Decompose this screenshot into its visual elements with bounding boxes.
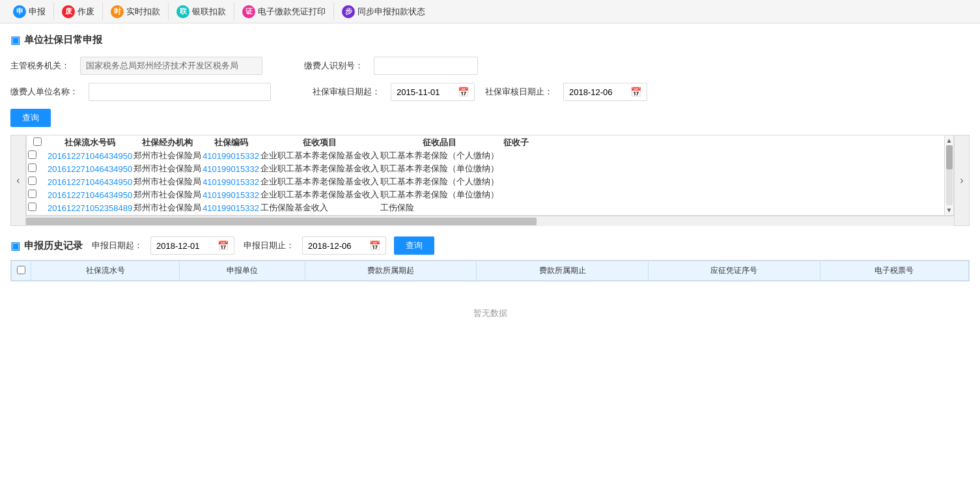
row-sub: 职工基本养老保险（个人缴纳）	[380, 150, 499, 162]
row-code[interactable]: 410199015332	[203, 202, 259, 214]
history-start-wrap[interactable]: 📅	[150, 236, 234, 255]
section-icon: ▣	[10, 34, 20, 46]
scroll-right-arrow[interactable]: ›	[954, 135, 970, 226]
toolbar-item-print[interactable]: 证 电子缴款凭证打印	[234, 3, 334, 20]
row-checkbox-cell	[28, 202, 46, 214]
col-sub2-header: 征收子	[500, 137, 533, 149]
print-icon: 证	[242, 5, 255, 18]
form-row-2: 缴费人单位名称： 社保审核日期起： 📅 社保审核日期止： 📅	[10, 83, 970, 101]
row-checkbox-cell	[28, 163, 46, 175]
lower-section: ▣ 申报历史记录 申报日期起： 📅 申报日期止： 📅 查询 社保流水号	[10, 236, 970, 345]
history-end-input[interactable]	[308, 241, 367, 251]
row-serial[interactable]: 201612271052358489	[48, 202, 132, 214]
hist-select-all-checkbox[interactable]	[17, 266, 25, 274]
table-row: 201612271046434950 郑州市社会保险局 410199015332…	[28, 189, 533, 201]
hscroll-area[interactable]	[26, 216, 954, 226]
upper-table-container: ‹ 社保流水号码 社保经办机构 社保编码 征收项目	[10, 135, 970, 226]
upper-section-title: 单位社保日常申报	[24, 34, 102, 46]
toolbar-item-apply[interactable]: 申 申报	[5, 3, 54, 20]
date-end-calendar-icon[interactable]: 📅	[630, 87, 641, 97]
history-end-calendar-icon[interactable]: 📅	[369, 240, 380, 251]
history-end-wrap[interactable]: 📅	[302, 236, 386, 255]
hist-col-unit-header: 申报单位	[180, 261, 305, 281]
scroll-left-arrow[interactable]: ‹	[10, 135, 26, 226]
row-serial[interactable]: 201612271046434950	[48, 163, 132, 175]
no-data-text: 暂无数据	[473, 308, 507, 318]
date-end-input[interactable]	[569, 87, 628, 97]
table-row: 201612271046434950 郑州市社会保险局 410199015332…	[28, 163, 533, 175]
query-row: 查询	[10, 109, 970, 127]
row-checkbox[interactable]	[28, 150, 36, 159]
row-checkbox-cell	[28, 150, 46, 162]
main-content: ▣ 单位社保日常申报 主管税务机关： 缴费人识别号： 缴费人单位名称： 社保审核…	[0, 23, 980, 499]
table-with-vscroll: 社保流水号码 社保经办机构 社保编码 征收项目 征收品目 征收子 20	[26, 135, 954, 216]
date-start-label: 社保审核日期起：	[313, 86, 380, 98]
table-row: 201612271046434950 郑州市社会保险局 410199015332…	[28, 176, 533, 188]
row-item: 工伤保险基金收入	[260, 202, 379, 214]
vscroll-thumb	[946, 145, 953, 169]
row-serial[interactable]: 201612271046434950	[48, 176, 132, 188]
date-start-wrap[interactable]: 📅	[391, 83, 475, 101]
row-checkbox[interactable]	[28, 164, 36, 172]
upper-table-inner: 社保流水号码 社保经办机构 社保编码 征收项目 征收品目 征收子 20	[26, 135, 954, 226]
row-org: 郑州市社会保险局	[133, 150, 201, 162]
upper-section: ▣ 单位社保日常申报 主管税务机关： 缴费人识别号： 缴费人单位名称： 社保审核…	[10, 34, 970, 226]
row-sub: 职工基本养老保险（单位缴纳）	[380, 189, 499, 201]
history-table-wrap: 社保流水号 申报单位 费款所属期起 费款所属期止 应征凭证序号 电子税票号	[10, 260, 970, 281]
tax-authority-label: 主管税务机关：	[10, 60, 70, 72]
toolbar-item-unionpay[interactable]: 联 银联扣款	[169, 3, 234, 20]
history-start-input[interactable]	[156, 241, 215, 251]
col-sub-header: 征收品目	[380, 137, 499, 149]
history-header: ▣ 申报历史记录 申报日期起： 📅 申报日期止： 📅 查询	[10, 236, 970, 255]
vscroll-down-arrow[interactable]: ▼	[946, 207, 953, 214]
row-checkbox[interactable]	[28, 177, 36, 185]
row-item: 企业职工基本养老保险基金收入	[260, 189, 379, 201]
payer-name-label: 缴费人单位名称：	[10, 86, 78, 98]
select-all-checkbox[interactable]	[33, 137, 42, 146]
row-checkbox[interactable]	[28, 203, 36, 211]
row-sub2	[500, 150, 533, 162]
apply-label: 申报	[29, 6, 46, 18]
toolbar-item-realtime[interactable]: 时 实时扣款	[103, 3, 169, 20]
hist-col-period-end-header: 费款所属期止	[477, 261, 649, 281]
date-end-wrap[interactable]: 📅	[563, 83, 647, 101]
row-checkbox[interactable]	[28, 190, 36, 198]
print-label: 电子缴款凭证打印	[258, 6, 326, 18]
history-icon: ▣	[10, 240, 20, 252]
row-item: 企业职工基本养老保险基金收入	[260, 176, 379, 188]
vscroll-up-arrow[interactable]: ▲	[946, 137, 953, 144]
row-code[interactable]: 410199015332	[203, 150, 259, 162]
history-start-calendar-icon[interactable]: 📅	[217, 240, 229, 251]
col-serial-header: 社保流水号码	[48, 137, 132, 149]
row-sub2	[500, 189, 533, 201]
unionpay-icon: 联	[176, 5, 189, 18]
upper-table: 社保流水号码 社保经办机构 社保编码 征收项目 征收品目 征收子 20	[27, 135, 534, 215]
history-query-button[interactable]: 查询	[394, 236, 434, 255]
row-org: 郑州市社会保险局	[133, 163, 201, 175]
no-data-message: 暂无数据	[10, 281, 970, 345]
toolbar-item-discard[interactable]: 废 作废	[54, 3, 103, 20]
row-serial[interactable]: 201612271046434950	[48, 189, 132, 201]
row-item: 企业职工基本养老保险基金收入	[260, 163, 379, 175]
row-checkbox-cell	[28, 176, 46, 188]
upper-section-header: ▣ 单位社保日常申报	[10, 34, 970, 46]
toolbar-item-sync[interactable]: 步 同步申报扣款状态	[334, 3, 433, 20]
history-table: 社保流水号 申报单位 费款所属期起 费款所属期止 应征凭证序号 电子税票号	[11, 261, 969, 281]
row-code[interactable]: 410199015332	[203, 176, 259, 188]
sync-label: 同步申报扣款状态	[357, 6, 425, 18]
tax-authority-input[interactable]	[80, 57, 262, 75]
date-start-calendar-icon[interactable]: 📅	[458, 87, 469, 97]
unionpay-label: 银联扣款	[192, 6, 226, 18]
row-sub2	[500, 163, 533, 175]
upper-query-button[interactable]: 查询	[10, 109, 51, 127]
payer-name-input[interactable]	[89, 83, 271, 101]
row-serial[interactable]: 20161227104643495​0	[48, 150, 132, 162]
row-code[interactable]: 410199015332	[203, 189, 259, 201]
date-start-input[interactable]	[397, 87, 455, 97]
row-code[interactable]: 410199015332	[203, 163, 259, 175]
col-checkbox-header	[28, 137, 46, 149]
payer-id-input[interactable]	[374, 57, 478, 75]
col-code-header: 社保编码	[203, 137, 259, 149]
row-org: 郑州市社会保险局	[133, 176, 201, 188]
upper-vscroll[interactable]: ▲ ▼	[945, 135, 954, 216]
